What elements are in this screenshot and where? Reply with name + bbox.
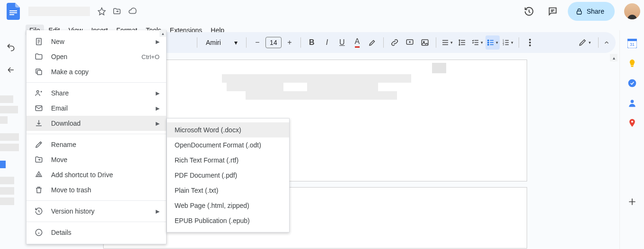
- add-addon-button[interactable]: [627, 197, 637, 206]
- history-icon[interactable]: [520, 3, 538, 20]
- move-folder-icon[interactable]: [113, 7, 121, 16]
- menu-label: Add shortcut to Drive: [51, 171, 113, 179]
- keep-app-icon[interactable]: [627, 59, 637, 68]
- svg-point-25: [37, 91, 39, 93]
- comments-icon[interactable]: [544, 3, 561, 20]
- scroll-up-button[interactable]: ▴: [610, 54, 618, 61]
- italic-button[interactable]: I: [320, 35, 334, 50]
- font-select[interactable]: Amiri▾: [201, 39, 242, 46]
- tasks-app-icon[interactable]: [627, 78, 637, 88]
- download-submenu: Microsoft Word (.docx) OpenDocument Form…: [167, 118, 290, 232]
- menu-item-move[interactable]: Move: [26, 152, 166, 167]
- text-color-button[interactable]: A: [350, 35, 364, 50]
- bold-button[interactable]: B: [305, 35, 319, 50]
- history-icon: [34, 207, 44, 215]
- underline-button[interactable]: U: [335, 35, 349, 50]
- undo-button[interactable]: [2, 39, 19, 56]
- submenu-item-pdf[interactable]: PDF Document (.pdf): [167, 168, 289, 183]
- share-label: Share: [587, 8, 604, 15]
- menu-item-version-history[interactable]: Version history ▶: [26, 204, 166, 219]
- folder-icon: [34, 52, 44, 61]
- submenu-arrow-icon: ▶: [156, 90, 159, 96]
- submenu-arrow-icon: ▶: [156, 105, 159, 112]
- menu-item-add-shortcut[interactable]: Add shortcut to Drive: [26, 167, 166, 182]
- line-spacing-button[interactable]: [455, 35, 469, 50]
- svg-rect-2: [9, 14, 14, 15]
- submenu-item-rtf[interactable]: Rich Text Format (.rtf): [167, 153, 289, 168]
- docs-logo[interactable]: [4, 2, 23, 21]
- submenu-arrow-icon: ▶: [156, 208, 159, 215]
- editing-mode-button[interactable]: ▾: [577, 35, 591, 50]
- calendar-app-icon[interactable]: 31: [627, 39, 637, 48]
- svg-rect-3: [577, 11, 581, 14]
- email-icon: [34, 104, 44, 112]
- menu-item-email[interactable]: Email ▶: [26, 101, 166, 116]
- menu-item-share[interactable]: Share ▶: [26, 86, 166, 101]
- decrease-font-icon[interactable]: −: [250, 35, 265, 50]
- comment-button[interactable]: [403, 35, 417, 50]
- document-title[interactable]: [28, 7, 90, 16]
- svg-rect-19: [631, 66, 633, 67]
- new-doc-icon: [34, 37, 44, 46]
- share-people-icon: [34, 89, 44, 97]
- submenu-item-txt[interactable]: Plain Text (.txt): [167, 183, 289, 198]
- menu-label: Open: [51, 53, 67, 60]
- numbered-list-button[interactable]: 123▾: [501, 35, 515, 50]
- svg-point-22: [631, 120, 633, 122]
- svg-rect-24: [37, 70, 42, 75]
- submenu-arrow-icon: ▶: [156, 120, 159, 127]
- star-icon[interactable]: [97, 7, 106, 16]
- svg-rect-5: [422, 40, 428, 45]
- submenu-item-epub[interactable]: EPUB Publication (.epub): [167, 213, 289, 228]
- outline-stubs: [0, 93, 19, 208]
- image-button[interactable]: [418, 35, 432, 50]
- menu-label: Move: [51, 156, 67, 163]
- highlight-button[interactable]: [365, 35, 379, 50]
- svg-point-9: [488, 44, 489, 45]
- file-menu-dropdown: ▴ New ▶ Open Ctrl+O Make a copy Share ▶ …: [26, 30, 167, 244]
- svg-point-13: [529, 39, 531, 41]
- menu-item-open[interactable]: Open Ctrl+O: [26, 49, 166, 64]
- move-icon: [34, 155, 44, 164]
- submenu-item-docx[interactable]: Microsoft Word (.docx): [167, 122, 289, 137]
- menu-item-make-copy[interactable]: Make a copy: [26, 64, 166, 79]
- maps-app-icon[interactable]: [627, 118, 637, 128]
- menu-label: Email: [51, 104, 68, 112]
- svg-point-15: [529, 44, 531, 46]
- menu-label: Make a copy: [51, 68, 88, 76]
- submenu-item-html[interactable]: Web Page (.html, zipped): [167, 198, 289, 213]
- contacts-app-icon[interactable]: [627, 98, 637, 108]
- avatar[interactable]: [624, 3, 640, 19]
- trash-icon: [34, 186, 44, 194]
- cloud-icon[interactable]: [128, 7, 137, 16]
- menu-item-move-trash[interactable]: Move to trash: [26, 182, 166, 197]
- menu-label: Move to trash: [51, 186, 91, 194]
- submenu-item-odt[interactable]: OpenDocument Format (.odt): [167, 137, 289, 153]
- menu-label: Rename: [51, 141, 76, 148]
- more-button[interactable]: [523, 35, 537, 50]
- rename-icon: [34, 140, 44, 149]
- menu-label: Version history: [51, 207, 95, 215]
- menu-label: Share: [51, 89, 69, 97]
- menu-item-rename[interactable]: Rename: [26, 137, 166, 152]
- back-button[interactable]: [2, 61, 19, 78]
- lock-icon: [575, 8, 583, 15]
- menu-item-new[interactable]: New ▶: [26, 34, 166, 49]
- chevron-down-icon: ▾: [234, 39, 238, 46]
- bullet-list-button[interactable]: ▾: [485, 35, 500, 50]
- share-button[interactable]: Share: [568, 2, 615, 21]
- increase-font-icon[interactable]: +: [282, 35, 297, 50]
- menu-item-details[interactable]: Details: [26, 225, 166, 240]
- svg-point-21: [630, 100, 634, 103]
- collapse-toolbar-button[interactable]: [598, 37, 610, 48]
- font-size-input[interactable]: 14: [265, 37, 282, 48]
- link-button[interactable]: [388, 35, 402, 50]
- svg-point-20: [628, 79, 636, 87]
- align-button[interactable]: ▾: [440, 35, 454, 50]
- menu-label: New: [51, 38, 64, 45]
- svg-text:31: 31: [629, 42, 634, 47]
- checklist-button[interactable]: ▾: [470, 35, 485, 50]
- info-icon: [34, 228, 44, 237]
- menu-item-download[interactable]: Download ▶: [26, 116, 166, 131]
- side-panel: 31: [619, 30, 644, 249]
